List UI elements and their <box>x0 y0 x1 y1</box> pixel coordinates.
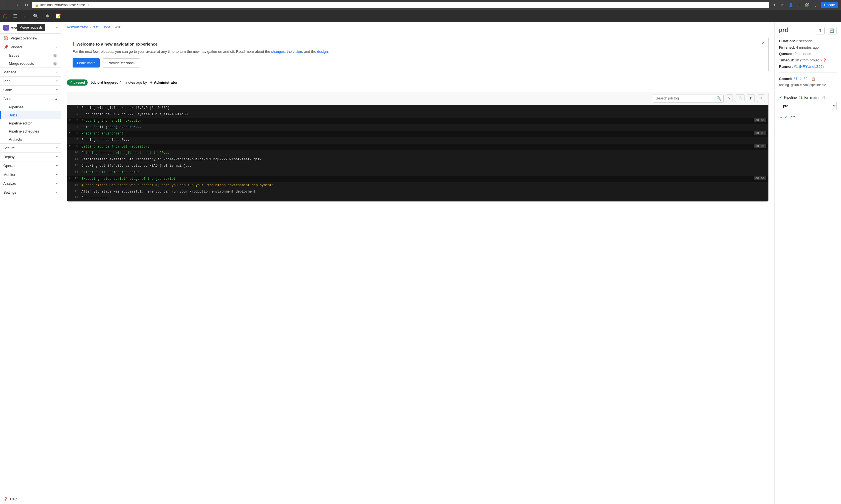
vision-link[interactable]: vision <box>293 50 302 54</box>
sidebar-section-manage: Manage ▾ <box>0 68 61 76</box>
sidebar-item-label: Monitor <box>3 173 15 177</box>
retry-job-button[interactable]: 🔄 <box>827 27 837 34</box>
profile-icon[interactable]: 👤 <box>787 2 794 8</box>
gitlab-logo[interactable]: ⬡ <box>3 13 7 19</box>
sidebar-item-manage[interactable]: Manage ▾ <box>0 68 61 76</box>
pipeline-stage-select[interactable]: prd <box>779 102 837 110</box>
operate-chevron-icon: ▾ <box>56 164 57 167</box>
log-line: 4 Using Shell (bash) executor... <box>67 124 768 130</box>
pinned-chevron-icon: ▾ <box>56 46 57 49</box>
breadcrumb-test[interactable]: test <box>92 25 99 29</box>
sidebar-item-plan[interactable]: Plan ▾ <box>0 77 61 85</box>
more-icon[interactable]: ⋮ <box>812 2 819 8</box>
address-bar[interactable]: 🔒 localhost:5580/root/test/-/jobs/10 <box>32 2 769 8</box>
log-line: 12 Checking out 0fe4e09d as detached HEA… <box>67 163 768 169</box>
sidebar-item-settings[interactable]: Settings ▾ <box>0 188 61 197</box>
sidebar-item-label: Manage <box>3 70 16 74</box>
log-line-section: ▾ 3 Preparing the "shell" executor 00:00 <box>67 118 768 124</box>
sidebar-item-code[interactable]: Code ▾ <box>0 86 61 94</box>
sidebar-item-label: Pipelines <box>9 105 24 109</box>
log-line-section: ▾ 15 Executing "step_script" stage of th… <box>67 176 768 182</box>
reload-button[interactable]: ↻ <box>23 2 30 8</box>
breadcrumb-jobs[interactable]: Jobs <box>103 25 110 29</box>
job-trigger-text: Job prd triggered 4 minutes ago by <box>90 80 147 85</box>
sidebar-help[interactable]: ❓ Help <box>0 494 61 504</box>
issues-nav-icon[interactable]: 📝 <box>53 12 64 20</box>
sidebar-item-artifacts[interactable]: Artifacts <box>0 135 61 143</box>
url-text: localhost:5580/root/test/-/jobs/10 <box>40 3 88 7</box>
sidebar-item-pinned[interactable]: 📌 Pinned ▾ <box>0 42 61 51</box>
raw-log-button[interactable]: 📄 <box>735 94 744 102</box>
manage-chevron-icon: ▾ <box>56 71 57 74</box>
sidebar-item-pipeline-editor[interactable]: Pipeline editor <box>0 119 61 127</box>
copy-commit-icon[interactable]: 📋 <box>811 77 816 80</box>
sidebar-item-label: Secure <box>3 146 15 150</box>
sidebar-item-monitor[interactable]: Monitor ▾ <box>0 170 61 179</box>
forward-button[interactable]: → <box>13 2 21 8</box>
copy-pipeline-icon[interactable]: 📋 <box>821 95 825 99</box>
search-nav-icon[interactable]: 🔍 <box>31 12 41 20</box>
timeout-help-icon[interactable]: ❓ <box>823 58 827 62</box>
sidebar-item-project-overview[interactable]: 🏠 Project overview <box>0 34 61 42</box>
monitor-chevron-icon: ▾ <box>56 173 57 176</box>
build-chevron-icon: ▲ <box>55 97 57 100</box>
job-log-search[interactable]: 🔍 <box>653 94 724 103</box>
sidebar-item-issues[interactable]: Issues 0 <box>0 51 61 59</box>
project-chevron-icon: ▾ <box>56 26 57 30</box>
puzzle-icon[interactable]: 🧩 <box>803 2 811 8</box>
project-overview-icon: 🏠 <box>3 36 8 40</box>
pi-icon[interactable]: 𝜋 <box>796 2 802 8</box>
log-line-section: ▾ 9 Getting source from Git repository 0… <box>67 144 768 150</box>
help-log-button[interactable]: ? <box>726 94 733 102</box>
search-submit-button[interactable]: 🔍 <box>714 94 723 102</box>
log-line: 11 Reinitialized existing Git repository… <box>67 157 768 163</box>
scroll-bottom-button[interactable]: ⬇ <box>757 94 765 102</box>
welcome-banner-title: ℹ Welcome to a new navigation experience <box>73 41 763 47</box>
sidebar-section-operate: Operate ▾ <box>0 161 61 170</box>
runner-link[interactable]: #1 (NRYUnqLZ22) <box>794 65 823 69</box>
merge-requests-tooltip: Merge requests <box>17 24 45 31</box>
sidebar-item-deploy[interactable]: Deploy ▾ <box>0 152 61 161</box>
sidebar-item-operate[interactable]: Operate ▾ <box>0 161 61 170</box>
sidebar-item-build[interactable]: Build ▲ <box>0 94 61 103</box>
activity-nav-icon[interactable]: ✱ <box>43 12 51 20</box>
sidebar-section-analyze: Analyze ▾ <box>0 179 61 188</box>
commit-hash-link[interactable]: 0fe4e09d <box>793 77 810 81</box>
pipeline-job-item: → ✓ prd <box>779 114 837 120</box>
sidebar-item-analyze[interactable]: Analyze ▾ <box>0 179 61 188</box>
back-button[interactable]: ← <box>3 2 11 8</box>
changes-link[interactable]: changes <box>271 50 285 54</box>
sidebar-section-code: Code ▾ <box>0 85 61 94</box>
breadcrumb-administrator[interactable]: Administrator <box>67 25 88 29</box>
provide-feedback-button[interactable]: Provide feedback <box>103 58 140 68</box>
right-panel: prd 🗑 🔄 Duration: 2 seconds Finished: 4 … <box>774 22 841 504</box>
log-line: 2 on hashiqube0 NRYUnqLZ22, system ID: s… <box>67 111 768 118</box>
pipeline-label: ✓ Pipeline #2 for main 📋 <box>779 95 837 100</box>
pipeline-link[interactable]: #2 <box>799 95 802 100</box>
extensions-icon[interactable]: ⬆ <box>771 2 777 8</box>
sidebar-item-jobs[interactable]: Jobs <box>0 111 61 119</box>
status-check-icon: ✓ <box>70 80 72 85</box>
log-line: 17 After Stg stage was successful, here … <box>67 188 768 195</box>
banner-actions: Learn more Provide feedback <box>73 58 763 68</box>
scroll-top-button[interactable]: ⬆ <box>747 94 755 102</box>
delete-job-button[interactable]: 🗑 <box>816 27 825 34</box>
sidebar-item-label: Operate <box>3 164 16 168</box>
close-banner-button[interactable]: ✕ <box>761 40 765 46</box>
log-line-section: ▾ 6 Preparing environment 00:00 <box>67 130 768 137</box>
update-button[interactable]: Update <box>821 2 838 8</box>
design-link[interactable]: design <box>317 50 328 54</box>
search-job-log-input[interactable] <box>653 94 714 102</box>
sidebar-item-label: Settings <box>3 190 16 195</box>
bookmark-icon[interactable]: ☆ <box>779 2 785 8</box>
sidebar-toggle[interactable]: ☰ <box>11 12 19 20</box>
learn-more-button[interactable]: Learn more <box>73 58 100 68</box>
merge-requests-nav-icon[interactable]: ⑃ <box>21 13 29 20</box>
sidebar-item-pipeline-schedules[interactable]: Pipeline schedules <box>0 127 61 135</box>
sidebar-item-pipelines[interactable]: Pipelines <box>0 103 61 111</box>
sidebar-item-label: Plan <box>3 79 11 83</box>
sidebar-item-secure[interactable]: Secure ▾ <box>0 144 61 152</box>
issues-badge: 0 <box>53 54 57 57</box>
sidebar-item-merge-requests[interactable]: Merge requests 0 <box>0 59 61 68</box>
job-log-container: 🔍 ? 📄 ⬆ ⬇ 1 Running with gitlab-ru <box>67 92 769 202</box>
